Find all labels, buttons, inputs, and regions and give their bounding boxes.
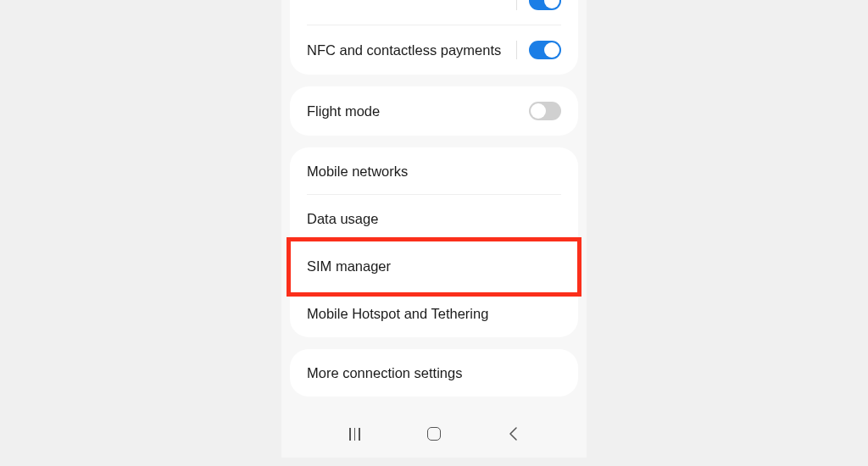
mobile-networks-label: Mobile networks [307, 164, 561, 180]
bluetooth-toggle[interactable] [529, 0, 561, 10]
recents-button[interactable] [338, 424, 372, 444]
settings-group-flight: Flight mode [290, 86, 578, 136]
nfc-label: NFC and contactless payments [307, 42, 516, 58]
recents-icon [349, 428, 360, 441]
row-bluetooth[interactable]: Bluetooth [290, 0, 578, 25]
row-sim-manager[interactable]: SIM manager [290, 242, 578, 290]
data-usage-label: Data usage [307, 211, 561, 227]
flight-mode-label: Flight mode [307, 103, 529, 119]
flight-mode-toggle[interactable] [529, 102, 561, 120]
settings-group-toggles: Bluetooth NFC and contactless payments [290, 0, 578, 75]
row-hotspot[interactable]: Mobile Hotspot and Tethering [290, 290, 578, 337]
home-icon [427, 427, 441, 441]
navigation-bar [281, 417, 587, 451]
settings-group-network: Mobile networks Data usage SIM manager M… [290, 147, 578, 337]
hotspot-label: Mobile Hotspot and Tethering [307, 306, 561, 322]
row-more-connection[interactable]: More connection settings [290, 349, 578, 397]
settings-group-more: More connection settings [290, 349, 578, 397]
row-mobile-networks[interactable]: Mobile networks [290, 147, 578, 195]
sim-manager-label: SIM manager [307, 258, 561, 275]
phone-screen: Bluetooth NFC and contactless payments F… [281, 0, 587, 458]
nfc-toggle[interactable] [529, 41, 561, 59]
row-data-usage[interactable]: Data usage [290, 195, 578, 242]
back-button[interactable] [496, 424, 530, 444]
row-flight-mode[interactable]: Flight mode [290, 86, 578, 136]
more-connection-label: More connection settings [307, 365, 561, 381]
toggle-divider [516, 41, 517, 59]
back-icon [508, 426, 518, 441]
toggle-divider [516, 0, 517, 10]
row-nfc[interactable]: NFC and contactless payments [290, 25, 578, 75]
bluetooth-toggle-wrap [516, 0, 561, 10]
nfc-toggle-wrap [516, 41, 561, 59]
home-button[interactable] [417, 424, 451, 444]
